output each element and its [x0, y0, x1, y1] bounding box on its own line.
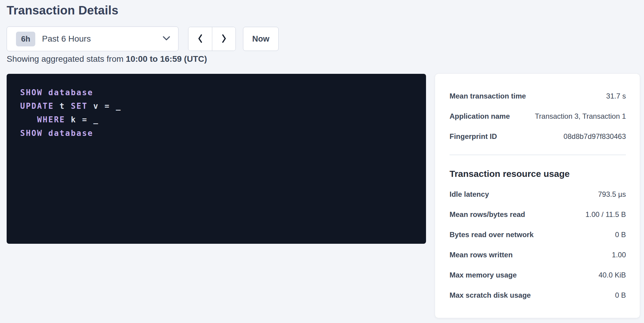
summary-row-value: 1.00	[612, 251, 626, 259]
summary-row-value: 1.00 / 11.5 B	[586, 210, 626, 219]
time-range-label: Past 6 Hours	[42, 34, 91, 44]
chevron-down-icon	[163, 36, 170, 42]
summary-row-value: 0 B	[615, 230, 626, 239]
sql-code-line: SHOW database	[20, 86, 412, 99]
sql-keyword: SET	[71, 102, 88, 111]
summary-row-value: 0 B	[615, 291, 626, 299]
sql-text	[20, 115, 37, 124]
time-range-badge: 6h	[16, 32, 35, 46]
summary-row-label: Application name	[450, 112, 510, 121]
summary-row-value: Transaction 3, Transaction 1	[535, 112, 626, 121]
sql-keyword: WHERE	[37, 115, 65, 124]
sql-code-line: UPDATE t SET v = _	[20, 99, 412, 113]
summary-top-rows: Mean transaction time31.7 sApplication n…	[450, 86, 626, 146]
summary-row: Application nameTransaction 3, Transacti…	[450, 106, 626, 126]
summary-row: Max memory usage40.0 KiB	[450, 265, 626, 285]
next-range-button[interactable]	[212, 27, 235, 51]
sql-keyword: SHOW	[20, 129, 43, 138]
summary-card: Mean transaction time31.7 sApplication n…	[435, 74, 640, 318]
time-controls: 6h Past 6 Hours	[7, 27, 279, 51]
summary-row-label: Max scratch disk usage	[450, 291, 531, 299]
summary-row-label: Mean transaction time	[450, 92, 526, 100]
sql-text: t	[54, 102, 71, 111]
summary-row-label: Fingerprint ID	[450, 132, 497, 141]
summary-row: Mean rows written1.00	[450, 245, 626, 265]
summary-row-value: 31.7 s	[606, 92, 626, 100]
summary-row-label: Idle latency	[450, 190, 489, 199]
time-range-dropdown[interactable]: 6h Past 6 Hours	[7, 27, 178, 51]
chevron-right-icon	[221, 34, 227, 44]
sql-keyword: database	[48, 129, 93, 138]
sql-code-line: SHOW database	[20, 127, 412, 140]
time-range-arrows	[188, 27, 236, 51]
prev-range-button[interactable]	[188, 27, 212, 51]
summary-row-label: Mean rows/bytes read	[450, 210, 525, 219]
summary-row-value: 08d8b7d97f830463	[564, 132, 626, 141]
sql-code-line: WHERE k = _	[20, 113, 412, 127]
caption-prefix: Showing aggregated stats from	[7, 54, 126, 64]
sql-text	[43, 129, 49, 138]
card-divider	[450, 155, 626, 155]
summary-row-label: Mean rows written	[450, 251, 513, 259]
summary-row: Idle latency793.5 µs	[450, 184, 626, 204]
sql-keyword: SHOW	[20, 88, 43, 97]
summary-row-value: 40.0 KiB	[598, 271, 626, 279]
caption-range: 10:00 to 16:59 (UTC)	[126, 54, 207, 64]
summary-row-value: 793.5 µs	[598, 190, 626, 199]
sql-text: k = _	[65, 115, 99, 124]
aggregated-stats-caption: Showing aggregated stats from 10:00 to 1…	[7, 54, 207, 64]
summary-row: Max scratch disk usage0 B	[450, 285, 626, 305]
summary-row: Mean rows/bytes read1.00 / 11.5 B	[450, 204, 626, 224]
resource-usage-heading: Transaction resource usage	[450, 168, 626, 180]
summary-row: Fingerprint ID08d8b7d97f830463	[450, 126, 626, 146]
sql-text: v = _	[88, 102, 122, 111]
summary-row-label: Max memory usage	[450, 271, 517, 279]
summary-row: Bytes read over network0 B	[450, 224, 626, 245]
summary-row-label: Bytes read over network	[450, 230, 534, 239]
transaction-details-page: Transaction Details 6h Past 6 Hours	[0, 0, 644, 323]
content-area: SHOW databaseUPDATE t SET v = _ WHERE k …	[7, 74, 640, 318]
sql-statement-code: SHOW databaseUPDATE t SET v = _ WHERE k …	[20, 86, 412, 140]
sql-statement-box: SHOW databaseUPDATE t SET v = _ WHERE k …	[7, 74, 426, 244]
sql-keyword: database	[48, 88, 93, 97]
now-button[interactable]: Now	[243, 27, 279, 51]
page-title: Transaction Details	[7, 4, 118, 17]
sql-keyword: UPDATE	[20, 102, 54, 111]
summary-row: Mean transaction time31.7 s	[450, 86, 626, 106]
summary-resource-rows: Idle latency793.5 µsMean rows/bytes read…	[450, 184, 626, 305]
sql-text	[43, 88, 49, 97]
chevron-left-icon	[197, 34, 203, 44]
